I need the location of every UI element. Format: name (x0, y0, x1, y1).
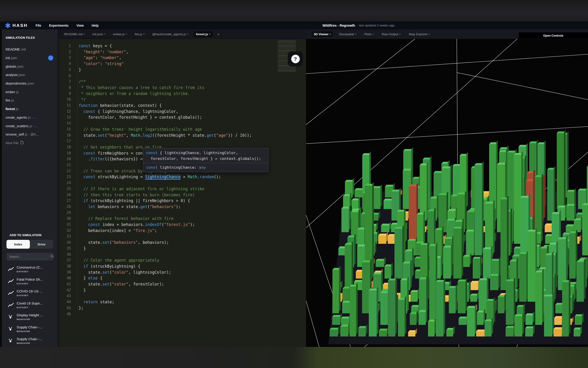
code-token: * neighbors or from a random lightning s… (79, 91, 190, 96)
code-token: { (98, 276, 102, 280)
search-input[interactable] (9, 255, 51, 259)
file-item-remove-self[interactable]: remove_self.js - @h... (2, 130, 58, 139)
code-token: // then this tree starts to burn (become… (79, 193, 195, 197)
line-number: 33 (59, 234, 71, 240)
viewer-tab-step-explorer[interactable]: Step Explorer× (406, 31, 432, 37)
close-icon[interactable]: × (329, 33, 331, 36)
agent-box (453, 229, 462, 278)
close-icon[interactable]: × (429, 33, 430, 36)
file-item-dependencies[interactable]: dependencies.json (2, 79, 58, 88)
code-token: get (140, 204, 148, 209)
code-token: ); (176, 204, 181, 209)
close-icon[interactable]: × (83, 32, 85, 36)
new-tab-button[interactable]: + (217, 32, 219, 36)
help-button[interactable]: ? (288, 51, 303, 66)
viewer-tab-3d-viewer[interactable]: 3D Viewer× (312, 31, 333, 37)
close-icon[interactable]: × (209, 32, 211, 36)
agent-box (490, 276, 498, 290)
search-box[interactable] (7, 253, 53, 260)
file-item-ember[interactable]: ember.js (2, 88, 58, 96)
close-icon[interactable]: × (104, 32, 105, 36)
agent-box (544, 296, 552, 337)
file-item-create-agents[interactable]: create_agents.js - ... (2, 113, 58, 122)
simulation-files-header: SIMULATION FILES (6, 36, 35, 39)
open-controls-button[interactable]: Open Controls (518, 32, 588, 39)
app-logo[interactable]: HASH (5, 23, 28, 28)
asset-item-fatal-police-sh[interactable]: Fatal Police Sh...DATASET (2, 276, 58, 288)
code-text: } (79, 246, 86, 252)
close-icon[interactable]: × (126, 32, 127, 36)
file-item-fire[interactable]: fire.js (2, 96, 58, 105)
code-text: forestColor, forestHeight } = context.gl… (79, 114, 202, 120)
viewer-tab-geospatial[interactable]: Geospatial× (337, 31, 359, 37)
viewer-tab-plots[interactable]: Plots× (362, 31, 376, 37)
code-line: 7/** (59, 79, 306, 85)
menu-item-help[interactable]: Help (92, 24, 99, 27)
code-line: 6 (59, 73, 306, 79)
code-text: state.set("height", Math.log2((forestHei… (79, 133, 252, 138)
code-token: . (197, 175, 200, 179)
file-item-readme[interactable]: README.md (2, 45, 58, 54)
code-area[interactable]: 1const keys = {2 "height": "number",3 "a… (59, 39, 306, 317)
agent-box (554, 318, 562, 325)
code-token: any (199, 165, 206, 170)
line-number: 30 (59, 216, 71, 222)
code-line: 34 state.set("behaviors", behaviors); (59, 240, 306, 246)
tab-index[interactable]: Index (7, 240, 30, 249)
code-token: /** (79, 79, 86, 84)
agent-box (576, 262, 584, 302)
line-number: 1 (59, 43, 71, 49)
file-item-analysis[interactable]: analysis.json (2, 71, 58, 79)
editor-tab-hash-create-agents-js[interactable]: @hash/create_agents.js× (150, 31, 191, 37)
file-item-globals[interactable]: globals.json (2, 62, 58, 71)
menu-item-experiments[interactable]: Experiments (49, 24, 69, 27)
viewport[interactable] (306, 39, 588, 347)
asset-item-coronavirus-c[interactable]: Coronavirus (C...DATASET (2, 264, 58, 276)
asset-item-supply-chain[interactable]: Supply Chain -...BEHAVIOR (2, 336, 58, 347)
editor-tab-readme-md[interactable]: README.md× (62, 31, 87, 37)
menu-item-file[interactable]: File (36, 24, 41, 27)
new-file-button[interactable]: New File (2, 139, 58, 147)
code-token: behaviors[index] = (79, 228, 133, 233)
close-icon[interactable]: × (372, 33, 374, 36)
agent-box (479, 280, 487, 313)
close-icon[interactable]: × (187, 32, 188, 36)
close-icon[interactable]: × (399, 33, 401, 36)
editor-tab-forest-js[interactable]: forest.js× (194, 31, 213, 37)
code-token: ( (162, 222, 164, 227)
code-token: : (102, 50, 107, 54)
line-number: 37 (59, 258, 71, 264)
code-token (79, 204, 88, 209)
code-token: (); (214, 175, 221, 179)
menu-item-view[interactable]: View (76, 24, 84, 27)
menu-bar: HASH FileExperimentsViewHelp Wildfires -… (0, 21, 588, 29)
file-item-create-scatters[interactable]: create_scatters.js - ... (2, 122, 58, 130)
line-number: 25 (59, 186, 71, 192)
tab-label: ember.js (113, 32, 125, 36)
editor-tab-fire-js[interactable]: fire.js× (133, 31, 147, 37)
agent-box (355, 190, 363, 197)
asset-item-covid-19-supe[interactable]: Covid-19 Supe...DATASET (2, 300, 58, 312)
code-line: 30 // Replace forest behavior with fire (59, 216, 306, 222)
code-line: 37 // Color the agent appropriately (59, 258, 306, 264)
tab-drive[interactable]: Drive (30, 240, 53, 249)
asset-item-display-height[interactable]: Display Height ...BEHAVIOR (2, 312, 58, 324)
close-icon[interactable]: × (143, 32, 145, 36)
code-token: { lightningChance, lightningColor, (158, 151, 238, 155)
viewer-tab-raw-output[interactable]: Raw Output× (380, 31, 403, 37)
agent-box (417, 215, 423, 244)
agent-box (587, 167, 588, 209)
asset-item-covid-19-us[interactable]: COVID-19 US ...DATASET (2, 288, 58, 300)
agent-box (345, 245, 352, 290)
editor-tab-ember-js[interactable]: ember.js× (111, 31, 129, 37)
file-item-forest[interactable]: forest.js (2, 105, 58, 113)
code-token: const (146, 165, 158, 170)
asset-item-supply-chain[interactable]: Supply Chain -...BEHAVIOR (2, 324, 58, 336)
code-line: 8 * This behavior causes a tree to catch… (59, 85, 306, 91)
code-text: /** (79, 79, 86, 85)
line-number: 8 (59, 85, 71, 91)
file-item-init[interactable]: init.json (2, 54, 58, 62)
close-icon[interactable]: × (355, 33, 357, 36)
code-text: const struckByLightning = lightningChanc… (79, 174, 221, 180)
editor-tab-init-json[interactable]: init.json× (90, 31, 108, 37)
